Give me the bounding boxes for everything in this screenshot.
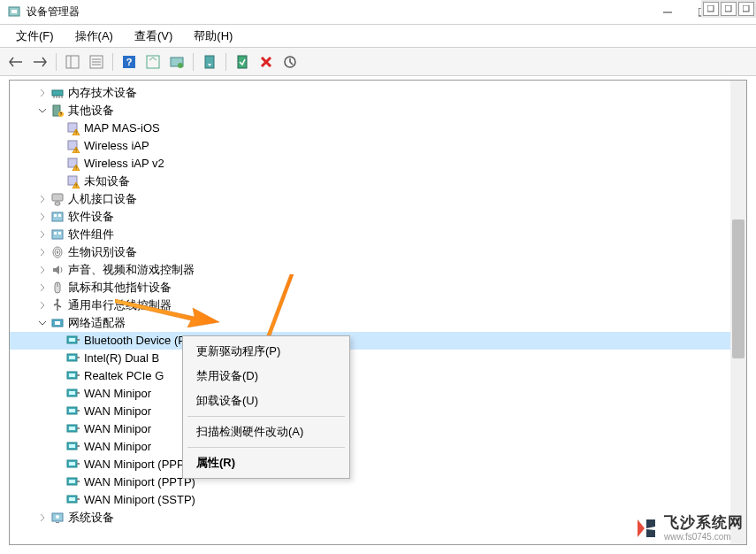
- tree-row[interactable]: 软件设备: [10, 208, 746, 226]
- device-tree[interactable]: 内存技术设备?其他设备 !MAP MAS-iOS !Wireless iAP !…: [10, 81, 746, 530]
- os-window-decorations: [701, 0, 756, 18]
- tree-node-label: Wireless iAP v2: [84, 155, 164, 173]
- svg-rect-72: [69, 409, 75, 412]
- refresh-button[interactable]: [142, 51, 164, 73]
- tree-row[interactable]: 通用串行总线控制器: [10, 296, 746, 314]
- context-menu-item[interactable]: 属性(R): [186, 450, 347, 475]
- scrollbar-thumb[interactable]: [732, 219, 745, 358]
- help-button[interactable]: ?: [118, 51, 140, 73]
- svg-text:?: ?: [60, 112, 63, 117]
- svg-rect-4: [11, 10, 17, 13]
- tree-row[interactable]: WAN Minipor: [10, 385, 746, 403]
- minimize-button[interactable]: [650, 0, 685, 25]
- tree-row[interactable]: !Wireless iAP v2: [10, 155, 746, 173]
- software-icon: [50, 210, 65, 224]
- svg-rect-85: [77, 481, 80, 482]
- tree-row[interactable]: 内存技术设备: [10, 84, 746, 102]
- svg-rect-70: [77, 392, 80, 394]
- chevron-right-icon[interactable]: [36, 264, 49, 276]
- tree-row[interactable]: WAN Minipor: [10, 403, 746, 420]
- chevron-right-icon[interactable]: [36, 87, 49, 99]
- tree-node-label: 其他设备: [68, 102, 114, 119]
- chevron-right-icon[interactable]: [36, 281, 49, 294]
- tree-node-label: 通用串行总线控制器: [68, 296, 172, 314]
- tree-row[interactable]: WAN Minipor: [10, 438, 746, 456]
- context-menu-item[interactable]: 扫描检测硬件改动(A): [186, 419, 347, 444]
- forward-button[interactable]: [29, 51, 50, 73]
- tree-row[interactable]: !未知设备: [10, 173, 746, 190]
- svg-rect-69: [69, 391, 75, 395]
- os-btn-1[interactable]: [703, 2, 719, 16]
- tree-row[interactable]: WAN Miniport (PPTP): [10, 473, 746, 491]
- chevron-right-icon[interactable]: [36, 211, 49, 223]
- tree-row[interactable]: Intel(R) Dual B: [10, 350, 746, 367]
- watermark-title: 飞沙系统网: [664, 515, 744, 532]
- scrollbar[interactable]: [730, 81, 746, 544]
- tree-row[interactable]: ?其他设备: [10, 102, 746, 119]
- chevron-down-icon[interactable]: [36, 317, 49, 329]
- context-menu-separator: [187, 416, 345, 417]
- context-menu: 更新驱动程序(P)禁用设备(D)卸载设备(U)扫描检测硬件改动(A)属性(R): [182, 335, 350, 479]
- tree-row[interactable]: 人机接口设备: [10, 190, 746, 208]
- svg-rect-73: [77, 410, 80, 412]
- chevron-right-icon[interactable]: [36, 246, 49, 258]
- context-menu-item[interactable]: 卸载设备(U): [186, 389, 347, 413]
- audio-icon: [50, 263, 65, 277]
- svg-text:?: ?: [126, 57, 133, 67]
- back-button[interactable]: [5, 51, 27, 73]
- chevron-right-icon[interactable]: [36, 512, 49, 524]
- properties-button[interactable]: [86, 51, 107, 73]
- show-hide-tree-button[interactable]: [62, 51, 83, 73]
- netadapter-icon: [66, 458, 80, 472]
- chevron-right-icon[interactable]: [36, 228, 49, 241]
- tree-row[interactable]: 鼠标和其他指针设备: [10, 279, 746, 296]
- tree-row[interactable]: !Wireless iAP: [10, 137, 746, 155]
- tree-row[interactable]: !MAP MAS-iOS: [10, 119, 746, 137]
- tree-node-label: 网络适配器: [68, 314, 126, 332]
- tree-row[interactable]: 声音、视频和游戏控制器: [10, 261, 746, 279]
- toolbar: ?: [0, 48, 756, 76]
- tree-row[interactable]: Realtek PCIe G: [10, 367, 746, 385]
- svg-point-19: [178, 63, 183, 68]
- tree-row[interactable]: 网络适配器: [10, 314, 746, 332]
- watermark-url: www.fs0745.com: [664, 532, 744, 542]
- menu-view[interactable]: 查看(V): [126, 25, 181, 48]
- context-menu-item[interactable]: 禁用设备(D): [186, 364, 347, 389]
- menu-action[interactable]: 操作(A): [66, 25, 122, 48]
- context-menu-item[interactable]: 更新驱动程序(P): [186, 339, 347, 364]
- netadapter-icon: [66, 369, 80, 383]
- tree-node-label: WAN Minipor: [84, 403, 151, 420]
- tree-row[interactable]: 生物识别设备: [10, 243, 746, 261]
- tree-node-label: 内存技术设备: [68, 84, 137, 102]
- titlebar: 设备管理器: [0, 0, 756, 25]
- tree-row[interactable]: WAN Minipor: [10, 420, 746, 438]
- disable-button[interactable]: [256, 51, 277, 73]
- unknown-warn-icon: !: [66, 174, 80, 189]
- svg-rect-1: [725, 5, 731, 12]
- tree-node-label: Realtek PCIe G: [84, 367, 164, 385]
- tree-row[interactable]: WAN Miniport (PPPOE): [10, 456, 746, 473]
- chevron-right-icon[interactable]: [36, 193, 49, 205]
- tree-row[interactable]: 软件组件: [10, 226, 746, 243]
- chevron-down-icon[interactable]: [36, 104, 49, 117]
- uninstall-button[interactable]: [279, 51, 301, 73]
- tree-row[interactable]: Bluetooth Device (Personal Area Network): [10, 332, 746, 350]
- enable-button[interactable]: [232, 51, 253, 73]
- usb-icon: [50, 298, 65, 312]
- unknown-warn-icon: !: [66, 157, 80, 171]
- menu-help[interactable]: 帮助(H): [185, 25, 241, 48]
- svg-rect-43: [52, 194, 63, 201]
- svg-rect-78: [69, 444, 75, 448]
- app-icon: [7, 5, 21, 19]
- scan-hardware-button[interactable]: [166, 51, 187, 73]
- os-btn-2[interactable]: [721, 2, 737, 16]
- svg-rect-84: [69, 480, 75, 483]
- chevron-right-icon[interactable]: [36, 299, 49, 312]
- menu-file[interactable]: 文件(F): [7, 25, 63, 48]
- toolbar-separator: [225, 53, 226, 71]
- tree-row[interactable]: WAN Miniport (SSTP): [10, 491, 746, 509]
- system-icon: [50, 511, 65, 525]
- os-btn-3[interactable]: [738, 2, 754, 16]
- tree-node-label: WAN Miniport (PPTP): [84, 473, 195, 491]
- update-driver-button[interactable]: [199, 51, 220, 73]
